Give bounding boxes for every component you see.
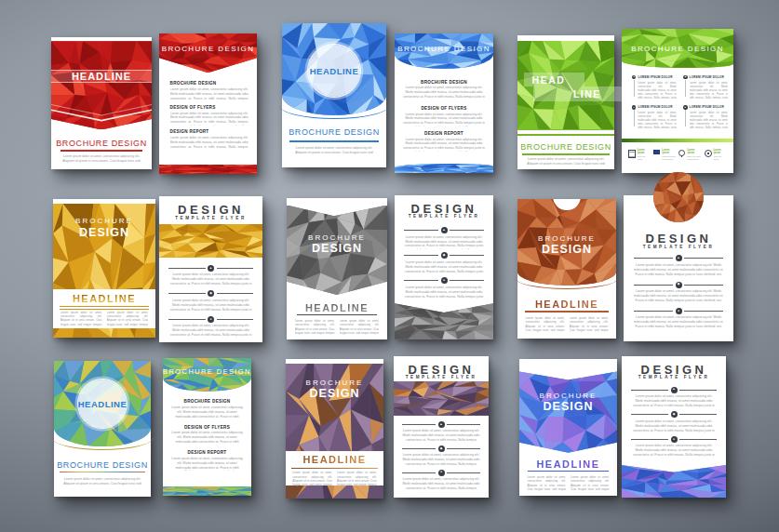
feature-item-4: ■ LOREM IPSUM DOLOR Lorem ipsum dolor si…: [683, 105, 728, 128]
section-text: Lorem ipsum dolor sit amet, consectetur …: [634, 289, 724, 303]
red-polygon-top: [159, 33, 257, 73]
red-polygon-header: HEADLINE: [51, 41, 152, 129]
curve-accent-line: [516, 277, 618, 289]
section-heading: DESIGN OF FLYERS: [402, 106, 485, 111]
double-rule: [60, 306, 150, 311]
brochure-brown-cover: BROCHURE DESIGN HEADLINE Lorem ipsum dol…: [517, 199, 616, 339]
footer-item-label: Lorem ipsum: [687, 149, 701, 155]
bullet-icon: ●: [632, 105, 637, 110]
footer-item-label: Lorem ipsum: [662, 149, 676, 155]
dtf-section-1: ▲ Lorem ipsum dolor sit amet, consectetu…: [634, 255, 724, 277]
section-text: Lorem ipsum dolor sit amet, consectetur …: [402, 86, 485, 100]
brochure-blue-cover: HEADLINE BROCHURE DESIGN Lorem ipsum dol…: [282, 23, 386, 167]
section-brochure-design: BROCHURE DESIGN Lorem ipsum dolor sit am…: [170, 399, 245, 419]
page-heading: BROCHURE DESIGN: [622, 45, 733, 53]
section-text: Lorem ipsum dolor sit amet, consectetur …: [404, 235, 485, 249]
headline-circle: HEADLINE: [308, 45, 360, 97]
feature-item-2: ◆ LOREM IPSUM DOLOR Lorem ipsum dolor si…: [683, 75, 728, 99]
logo-line1: BROCHURE: [286, 379, 383, 387]
logo-line2: DESIGN: [517, 243, 616, 256]
bullet-icon: ■: [683, 105, 688, 110]
cover-logo: BROCHURE DESIGN: [53, 217, 155, 239]
column-text: Lorem ipsum dolor sit amet, consectetur …: [525, 316, 564, 333]
cover-logo: BROCHURE DESIGN: [519, 392, 617, 414]
section-icon: ◆: [676, 282, 682, 288]
title-rule: [297, 314, 377, 315]
section-design-of-flyers: DESIGN OF FLYERS Lorem ipsum dolor sit a…: [170, 105, 248, 126]
line-bar: LINE: [533, 86, 625, 100]
column-text: Lorem ipsum dolor sit amet, consectetur …: [337, 471, 377, 487]
brochure-gold-cover: BROCHURE DESIGN HEADLINE Lorem ipsum dol…: [53, 199, 155, 338]
section-heading: DESIGN OF FLYERS: [170, 425, 245, 430]
gray-polygon-footer: [395, 303, 493, 339]
gold-polygon-band: [159, 224, 262, 258]
badge-icon: [705, 150, 712, 157]
text-columns: Lorem ipsum dolor sit amet, consectetur …: [60, 311, 149, 327]
footer-text: Lorem ipsum dolor sit amet, consectetur …: [62, 477, 141, 485]
item-heading: LOREM IPSUM DOLOR: [638, 75, 672, 79]
curve-accent-line: [51, 435, 154, 450]
dtf-section-2: ◆ Lorem ipsum dolor sit amet, consectetu…: [634, 282, 724, 304]
page-subtitle: TEMPLATE FLYER: [622, 375, 726, 379]
page-subtitle: TEMPLATE FLYER: [394, 375, 489, 379]
section-icon: ◆: [671, 411, 678, 418]
cover-logo: BROCHURE DESIGN: [286, 379, 383, 401]
column-text: Lorem ipsum dolor sit amet, consectetur …: [107, 311, 149, 327]
footer-item-sub: dolor sit amet, consectetur elit sed dia…: [638, 155, 651, 162]
brochure-gray-cover: BROCHURE DESIGN HEADLINE Lorem ipsum dol…: [287, 198, 387, 339]
section-icon: ◆: [441, 252, 448, 259]
brochure-purple-inner: DESIGN TEMPLATE FLYER ▲ Lorem ipsum dolo…: [394, 356, 489, 498]
brochure-bluepurple-inner: DESIGN TEMPLATE FLYER ▲ Lorem ipsum dolo…: [622, 356, 726, 498]
item-heading: LOREM IPSUM DOLOR: [690, 75, 724, 79]
cover-logo: BROCHURE DESIGN: [287, 233, 387, 256]
section-design-of-flyers: DESIGN OF FLYERS Lorem ipsum dolor sit a…: [170, 425, 245, 446]
footer-text: Lorem ipsum dolor sit amet, consectetur …: [60, 154, 143, 163]
page-title: DESIGN: [159, 203, 262, 217]
dtf-section-3: ● Lorem ipsum dolor sit amet, consectetu…: [168, 316, 253, 339]
logo-line1: BROCHURE: [53, 217, 155, 225]
multicolor-polygon-footer: [163, 486, 251, 496]
section-icon: ●: [441, 277, 448, 284]
dtf-section-3: ● Lorem ipsum dolor sit amet, consectetu…: [631, 436, 717, 459]
purple-polygon-band: [394, 381, 489, 415]
section-text: Lorem ipsum dolor sit amet, consectetur …: [404, 286, 485, 299]
page-subtitle: TEMPLATE FLYER: [395, 214, 493, 219]
headline-band: HEADLINE Lorem ipsum dolor sit amet, con…: [286, 451, 383, 485]
headline-text: HEADLINE: [287, 302, 387, 313]
logo-line1: BROCHURE: [517, 234, 616, 243]
column-text: Lorem ipsum dolor sit amet, consectetur …: [295, 319, 335, 336]
section-text: Lorem ipsum dolor sit amet, consectetur …: [402, 477, 480, 491]
page-subtitle: TEMPLATE FLYER: [159, 216, 262, 220]
section-text: Lorem ipsum dolor sit amet, consectetur …: [170, 136, 248, 150]
dtf-section-2: ◆ Lorem ipsum dolor sit amet, consectetu…: [402, 446, 480, 468]
item-heading: LOREM IPSUM DOLOR: [690, 105, 724, 109]
column-text: Lorem ipsum dolor sit amet, consectetur …: [570, 316, 609, 333]
dtf-section-1: ▲ Lorem ipsum dolor sit amet, consectetu…: [168, 265, 253, 287]
brochure-multicolor-inner: BROCHURE DESIGN BROCHURE DESIGN Lorem ip…: [163, 358, 251, 496]
logo-line1: BROCHURE: [519, 392, 617, 400]
section-icon: ▲: [438, 421, 445, 428]
section-text: Lorem ipsum dolor sit amet, consectetur …: [168, 273, 253, 286]
section-text: Lorem ipsum dolor sit amet, consectetur …: [170, 112, 248, 126]
footer-item-sub: dolor sit amet, consectetur elit sed dia…: [662, 155, 676, 162]
brochure-purple-cover: BROCHURE DESIGN HEADLINE Lorem ipsum dol…: [286, 359, 383, 499]
section-heading: BROCHURE DESIGN: [170, 81, 248, 86]
logo-line2: DESIGN: [287, 242, 387, 255]
headline-text: HEADLINE: [310, 66, 359, 76]
head-bar: HEAD: [524, 73, 584, 86]
dtf-section-3: ● Lorem ipsum dolor sit amet, consectetu…: [404, 277, 485, 299]
section-text: Lorem ipsum dolor sit amet, consectetur …: [634, 315, 724, 329]
section-text: Lorem ipsum dolor sit amet, consectetur …: [402, 138, 485, 152]
brochure-templates-collage: HEADLINE BROCHURE DESIGN Lorem ipsum dol…: [0, 0, 779, 532]
logo-line1: BROCHURE: [287, 233, 387, 242]
section-icon: ●: [438, 470, 445, 476]
footer-item-checklist: Lorem ipsum dolor sit amet, consectetur …: [628, 149, 651, 162]
section-brochure-design: BROCHURE DESIGN Lorem ipsum dolor sit am…: [402, 80, 485, 100]
section-brochure-design: BROCHURE DESIGN Lorem ipsum dolor sit am…: [170, 81, 248, 101]
headline-text: HEADLINE: [517, 299, 616, 310]
dtf-section-2: ◆ Lorem ipsum dolor sit amet, consectetu…: [404, 252, 485, 274]
footer-item-bulb: Lorem ipsum dolor sit amet, consectetur …: [678, 149, 701, 162]
footer-item-label: Lorem ipsum: [714, 149, 727, 155]
section-text: Lorem ipsum dolor sit amet, consectetur …: [404, 260, 485, 274]
brochure-green-inner: BROCHURE DESIGN ▲ LOREM IPSUM DOLOR Lore…: [622, 29, 733, 173]
